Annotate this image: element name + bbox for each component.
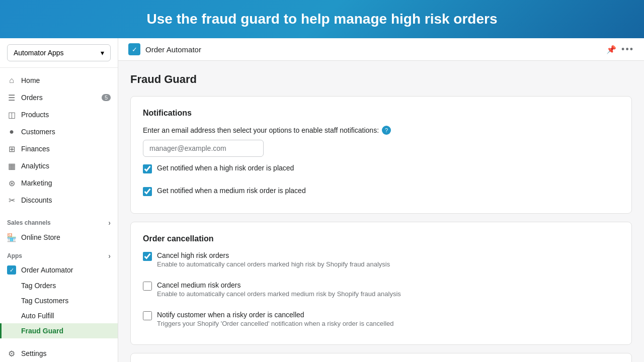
high-risk-notify-row: Get notified when a high risk order is p…: [143, 164, 619, 173]
sales-channels-chevron-icon: ›: [108, 219, 111, 227]
app-icon: ✓: [128, 43, 140, 55]
sidebar-item-tag-orders[interactable]: Tag Orders: [0, 278, 118, 293]
apps-chevron-icon: ›: [108, 252, 111, 260]
order-automator-icon: ✓: [7, 265, 16, 275]
sidebar-item-products[interactable]: ◫ Products: [0, 106, 118, 123]
sidebar-item-discounts[interactable]: ✂ Discounts: [0, 192, 118, 209]
order-cancellation-title: Order cancellation: [143, 234, 619, 243]
cancel-medium-risk-checkbox[interactable]: [143, 282, 152, 291]
sidebar-item-label: Finances: [21, 145, 50, 153]
medium-risk-notify-checkbox[interactable]: [143, 187, 152, 196]
notify-customer-cancel-label: Notify customer when a risky order is ca…: [157, 311, 394, 319]
cancellation-checkboxes: Cancel high risk orders Enable to automa…: [143, 251, 619, 332]
sidebar-item-orders[interactable]: ☰ Orders 5: [0, 89, 118, 106]
main-content: ✓ Order Automator 📌 ••• Fraud Guard Noti…: [118, 38, 644, 362]
discounts-icon: ✂: [7, 196, 16, 205]
pin-icon[interactable]: 📌: [606, 45, 616, 54]
sidebar-item-label: Orders: [21, 94, 43, 102]
medium-risk-notify-row: Get notified when a medium risk order is…: [143, 187, 619, 196]
notify-customer-cancel-checkbox[interactable]: [143, 311, 152, 320]
cancel-medium-risk-desc: Enable to automatically cancel orders ma…: [157, 290, 401, 298]
store-icon: 🏪: [7, 233, 16, 242]
order-cancellation-card: Order cancellation Cancel high risk orde…: [130, 222, 632, 345]
sidebar-item-fraud-guard[interactable]: Fraud Guard: [0, 323, 118, 338]
sidebar-item-label: Discounts: [21, 196, 52, 204]
high-risk-notify-checkbox[interactable]: [143, 164, 152, 173]
apps-label: Apps ›: [0, 246, 118, 262]
sidebar-item-label: Order Automator: [21, 266, 73, 274]
sidebar-item-finances[interactable]: ⊞ Finances: [0, 140, 118, 157]
sidebar-item-label: Customers: [21, 128, 55, 136]
cancel-medium-risk-row: Cancel medium risk orders Enable to auto…: [143, 281, 619, 298]
sidebar-item-tag-customers[interactable]: Tag Customers: [0, 293, 118, 308]
sidebar-item-label: Analytics: [21, 162, 49, 170]
notification-checkboxes: Get notified when a high risk order is p…: [143, 164, 619, 201]
app-header: ✓ Order Automator 📌 •••: [118, 38, 644, 61]
sidebar-item-label: Products: [21, 111, 49, 119]
orders-icon: ☰: [7, 93, 16, 102]
sidebar-item-order-automator[interactable]: ✓ Order Automator: [0, 262, 118, 278]
cancel-medium-risk-label: Cancel medium risk orders: [157, 281, 401, 289]
high-risk-notify-label: Get notified when a high risk order is p…: [157, 164, 294, 172]
cancel-high-risk-desc: Enable to automatically cancel orders ma…: [157, 260, 390, 268]
cancel-high-risk-checkbox[interactable]: [143, 252, 152, 261]
cancel-high-risk-label: Cancel high risk orders: [157, 251, 390, 259]
help-icon[interactable]: ?: [382, 126, 391, 135]
app-header-title: Order Automator: [145, 45, 201, 54]
prevent-fulfillment-card: Prevent fulfillment: [130, 353, 632, 362]
notifications-card: Notifications Enter an email address the…: [130, 96, 632, 214]
sidebar-item-auto-fulfill[interactable]: Auto Fulfill: [0, 308, 118, 323]
top-banner: Use the fraud guard to help manage high …: [0, 0, 644, 38]
finances-icon: ⊞: [7, 144, 16, 153]
more-options-icon[interactable]: •••: [621, 44, 634, 55]
medium-risk-notify-label: Get notified when a medium risk order is…: [157, 187, 306, 195]
app-selector[interactable]: Automator Apps ▾: [7, 44, 111, 61]
email-input[interactable]: [143, 140, 264, 157]
main-nav: ⌂ Home ☰ Orders 5 ◫ Products ● Customers…: [0, 68, 118, 213]
sidebar-item-online-store[interactable]: 🏪 Online Store: [0, 229, 118, 246]
products-icon: ◫: [7, 110, 16, 119]
email-label: Enter an email address then select your …: [143, 126, 619, 135]
sidebar-item-customers[interactable]: ● Customers: [0, 123, 118, 140]
analytics-icon: ▦: [7, 161, 16, 170]
chevron-down-icon: ▾: [101, 49, 104, 57]
sidebar-item-label: Online Store: [21, 233, 60, 241]
app-selector-label: Automator Apps: [14, 49, 64, 57]
sidebar-item-home[interactable]: ⌂ Home: [0, 72, 118, 89]
sidebar-item-analytics[interactable]: ▦ Analytics: [0, 157, 118, 174]
page-content: Fraud Guard Notifications Enter an email…: [118, 61, 644, 362]
customers-icon: ●: [7, 127, 16, 136]
sidebar-item-label: Home: [21, 76, 40, 84]
sidebar-item-label: Settings: [21, 349, 47, 357]
settings-icon: ⚙: [7, 349, 16, 358]
page-title: Fraud Guard: [130, 73, 632, 86]
sidebar-item-marketing[interactable]: ⊛ Marketing: [0, 174, 118, 192]
sidebar-item-label: Marketing: [21, 179, 52, 187]
notify-customer-cancel-desc: Triggers your Shopify 'Order cancelled' …: [157, 320, 394, 327]
marketing-icon: ⊛: [7, 178, 16, 188]
sidebar-header: Automator Apps ▾: [0, 38, 118, 68]
home-icon: ⌂: [7, 76, 16, 85]
banner-text: Use the fraud guard to help manage high …: [146, 11, 497, 27]
cancel-high-risk-row: Cancel high risk orders Enable to automa…: [143, 251, 619, 268]
notify-customer-cancel-row: Notify customer when a risky order is ca…: [143, 311, 619, 327]
orders-badge: 5: [102, 94, 111, 101]
sidebar-item-settings[interactable]: ⚙ Settings: [0, 345, 118, 362]
sales-channels-label: Sales channels ›: [0, 213, 118, 229]
notifications-title: Notifications: [143, 109, 619, 118]
sidebar: Automator Apps ▾ ⌂ Home ☰ Orders 5 ◫ Pro…: [0, 38, 118, 362]
